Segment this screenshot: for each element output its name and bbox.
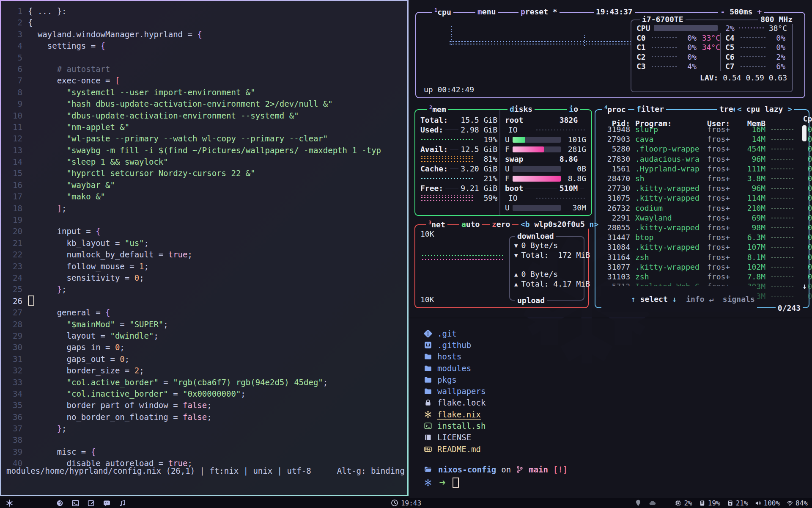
file-name: modules [437, 364, 471, 373]
nixos-logo-icon[interactable] [6, 500, 13, 507]
code-line: 21 kb_layout = "us"; [1, 237, 407, 249]
process-row[interactable]: 31948slurpfros+16M0.0 [595, 124, 799, 134]
editor-pane[interactable]: 1{ ... }:2{3 wayland.windowManager.hyprl… [1, 1, 407, 495]
proc-sort-selector[interactable]: < cpu lazy > [735, 105, 794, 113]
line-number: 31 [1, 353, 22, 365]
arrow-right-icon [439, 479, 447, 486]
process-row[interactable]: 31077.kitty-wrappedfros+102M0.0 [595, 262, 799, 272]
preset-button[interactable]: preset * [518, 7, 560, 16]
line-content: "systemctl --user import-environment &" [28, 87, 255, 98]
line-number: 2 [1, 17, 22, 28]
chat-icon[interactable] [103, 500, 110, 507]
update-interval-control[interactable]: - 500ms + [718, 7, 764, 16]
code-line: 15 "hyprctl setcursor Nordzy-cursors 22 … [1, 168, 407, 179]
code-line: 6 # autostart [1, 64, 407, 75]
tab-mem[interactable]: 2mem [427, 105, 448, 114]
line-content: layout = "dwindle"; [28, 330, 159, 342]
code-line: 23 follow_mouse = 1; [1, 261, 407, 272]
tab-net[interactable]: 3net [426, 220, 447, 229]
line-number: 21 [1, 237, 22, 249]
memory-graph-row: 19% [420, 135, 497, 144]
mem-disks-divider [499, 110, 500, 215]
shell-input-line[interactable] [423, 478, 459, 488]
process-row[interactable]: 31447btopfros+6.3M0.2 [595, 232, 799, 242]
location-icon[interactable] [634, 499, 642, 507]
editor-statusline: modules/home/hyprland/config.nix (26,1) … [6, 466, 405, 475]
line-number: 24 [1, 272, 22, 284]
taskbar-clock: 19:43 [391, 498, 421, 508]
line-content: }; [28, 423, 67, 434]
line-content: exec-once = [ [28, 75, 120, 86]
line-number: 37 [1, 423, 22, 434]
process-row[interactable]: 27730.kitty-wrappedfros+96M0.2 [595, 183, 799, 193]
tray-stat-value: 2% [684, 499, 692, 507]
memory-stat-row: Total:15.5 GiB [420, 115, 497, 125]
proc-filter-button[interactable]: filter [634, 105, 666, 113]
process-row[interactable]: 1561.Hyprland-wrapfros+111M0.0 [595, 164, 799, 174]
nix-icon [423, 411, 433, 418]
disk-usage-bar [513, 205, 561, 211]
tab-cpu[interactable]: 1cpu [432, 7, 453, 17]
proc-footer-controls[interactable]: ↑ select ↓ info ↵ signals [601, 286, 757, 312]
code-line: 24 sensitivity = 0; [1, 272, 407, 284]
net-auto-button[interactable]: auto [459, 220, 482, 229]
memory-graph-row: 21% [420, 174, 497, 183]
net-interface-selector[interactable]: <b wlp0s20f0u5 n> [518, 220, 601, 229]
code-line: 12 "wl-paste --primary --watch wl-copy -… [1, 133, 407, 144]
btop-cpu-box: 1cpu menu preset * 19:43:37 - 500ms + i7… [415, 12, 805, 98]
process-row[interactable]: 28055.kitty-wrappedfros+98M0.0 [595, 223, 799, 232]
snowflake-icon [423, 479, 433, 486]
process-row[interactable]: 26732codiumfros+210M0.0 [595, 203, 799, 213]
cpu-icon [675, 500, 681, 506]
line-number: 3 [1, 29, 22, 40]
net-zero-button[interactable]: zero [490, 220, 512, 229]
process-row[interactable]: 31164zshfros+8.1M0.0 [595, 252, 799, 262]
notes-icon[interactable] [88, 500, 95, 507]
process-row[interactable]: 31084.kitty-wrappedfros+107M0.0 [595, 242, 799, 252]
cloud-icon[interactable] [649, 499, 656, 507]
process-row[interactable]: 31103zshfros+7.8M0.0 [595, 272, 799, 282]
line-content: misc = { [28, 446, 96, 458]
code-line: 38 [1, 434, 407, 446]
tab-proc[interactable]: 4proc [602, 105, 628, 114]
tab-disks[interactable]: disks [508, 105, 535, 113]
memory-stat-row: Avail:12.5 GiB [420, 144, 497, 154]
disk-bar-row: F281G [505, 144, 586, 154]
line-number: 23 [1, 261, 22, 272]
file-name: .github [437, 340, 471, 350]
browser-icon[interactable] [56, 500, 63, 507]
menu-button[interactable]: menu [475, 7, 498, 16]
folder-icon [423, 376, 433, 384]
disk-bar-row: F8.8G [505, 174, 586, 183]
music-icon[interactable] [119, 500, 126, 507]
code-area[interactable]: 1{ ... }:2{3 wayland.windowManager.hyprl… [1, 6, 407, 469]
process-row[interactable]: 5280.floorp-wrappefros+454M0.0 [595, 144, 799, 154]
list-item: install.sh [423, 420, 808, 431]
scroll-down-icon[interactable]: ↓ [802, 282, 807, 290]
terminal-icon[interactable] [72, 500, 79, 507]
terminal-window[interactable]: .git.githubhostsmodulespkgswallpapersfla… [409, 318, 812, 498]
code-line: 17 "mako &" [1, 191, 407, 202]
process-row[interactable]: 28470shfros+3.8M0.0 [595, 174, 799, 183]
tab-io[interactable]: io [567, 105, 580, 113]
volume-icon [755, 500, 761, 506]
line-number: 17 [1, 191, 22, 202]
cpu-core-row: C76% [720, 62, 787, 72]
process-row[interactable]: 27903cavafros+14M0.2 [595, 134, 799, 144]
line-content: "swaybg -m fill -i $(find ~/Pictures/wal… [28, 145, 381, 156]
cpu-frequency: 800 MHz [758, 15, 795, 24]
upload-label: upload [515, 296, 547, 305]
btop-proc-box: 4proc filter tree < cpu lazy > Pid: Prog… [595, 109, 809, 308]
process-row[interactable]: 31075.kitty-wrappedfros+114M0.0 [595, 193, 799, 203]
file-name: flake.nix [437, 410, 481, 419]
proc-scrollbar[interactable] [802, 125, 807, 141]
process-row[interactable]: 2291Xwaylandfros+69M0.0 [595, 213, 799, 223]
line-number: 34 [1, 388, 22, 400]
line-number: 20 [1, 226, 22, 237]
taskbar-app-launchers [6, 498, 126, 508]
line-number: 5 [1, 52, 22, 64]
line-content: "col.inactive_border" = "0x00000000"; [28, 388, 246, 400]
line-content: "$mainMod" = "SUPER"; [28, 319, 168, 330]
uptime-label: up 00:42:49 [424, 85, 474, 94]
process-row[interactable]: 27830.audacious-wrafros+96M0.2 [595, 154, 799, 164]
